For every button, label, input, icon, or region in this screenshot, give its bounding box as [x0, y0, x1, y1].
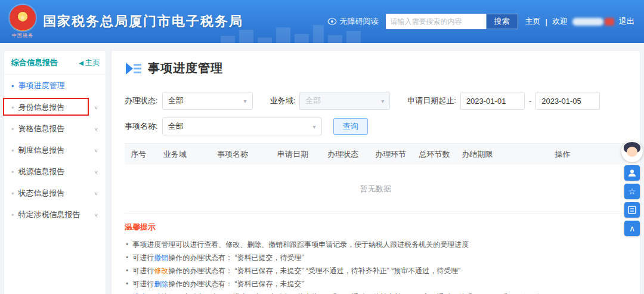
chevron-down-icon: ∨ [94, 126, 98, 132]
username-redacted [572, 18, 614, 26]
tip-text: 操作的办理状态有： “资料已保存，未提交” “受理不通过，待补齐补正” “预审不… [168, 267, 460, 275]
column-header: 办理状态 [318, 149, 368, 160]
chevron-down-icon: ∨ [94, 169, 98, 175]
status-select[interactable]: 全部 ▾ [162, 92, 253, 110]
column-header: 总环节数 [413, 149, 456, 160]
tip-text-wrap: 可进行删除操作的办理状态有： “资料已保存，未提交” [132, 277, 304, 290]
name-select[interactable]: 全部 ▾ [162, 117, 322, 135]
sidebar-item-label: 制度信息报告 [18, 145, 65, 156]
mascot-avatar[interactable] [621, 141, 643, 162]
status-select-value: 全部 [168, 95, 244, 106]
sidebar-item-label: 税源信息报告 [18, 166, 65, 177]
mascot-face [627, 147, 637, 157]
sidebar-title: 综合信息报告 [11, 57, 58, 68]
sidebar-home-label: 主页 [85, 58, 100, 68]
sidebar-item[interactable]: •资格信息报告∨ [4, 118, 106, 140]
bullet-icon: • [11, 211, 14, 219]
nav-divider: | [546, 17, 547, 26]
empty-state: 暂无数据 [125, 165, 627, 213]
search-input[interactable] [386, 14, 486, 29]
column-header: 办理环节 [368, 149, 413, 160]
date-to-input[interactable] [535, 92, 600, 110]
home-link[interactable]: 主页 [525, 16, 541, 27]
tip-line: •进度跟踪按钮可查看事项办理的进度，也可查看办理状态为： “受理不通过，待补齐补… [125, 290, 627, 294]
date-separator: - [529, 97, 531, 106]
bullet-icon: • [11, 82, 14, 91]
chevron-down-icon: ▾ [381, 98, 384, 104]
eye-icon [327, 18, 337, 25]
favorite-icon[interactable]: ☆ [624, 184, 640, 199]
collapse-up-icon[interactable]: ∧ [624, 221, 640, 236]
name-select-value: 全部 [168, 121, 313, 132]
table-header-row: 序号业务域事项名称申请日期办理状态办理环节总环节数办结期限操作 [125, 143, 627, 165]
form-icon[interactable] [624, 202, 640, 218]
results-table: 序号业务域事项名称申请日期办理状态办理环节总环节数办结期限操作 暂无数据 [125, 143, 627, 213]
date-from-input[interactable] [460, 92, 525, 110]
tip-text: 可进行 [132, 253, 154, 262]
column-header: 办结期限 [456, 149, 499, 160]
tip-text: 操作的办理状态有： “资料已提交，待受理” [168, 253, 304, 262]
sidebar-item[interactable]: •制度信息报告∨ [4, 140, 106, 161]
sidebar-item-label: 身份信息报告 [18, 102, 65, 113]
header-search: 搜索 [386, 14, 518, 29]
app-header: 中国税务 国家税务总局厦门市电子税务局 无障碍阅读 搜索 主页 | 欢迎 退出 [0, 0, 644, 43]
bullet-icon: • [11, 146, 14, 155]
column-header: 操作 [499, 149, 627, 160]
tip-text: 可进行 [132, 267, 154, 275]
bullet-icon: • [126, 264, 128, 277]
sidebar-menu: •事项进度管理•身份信息报告∨•资格信息报告∨•制度信息报告∨•税源信息报告∨•… [4, 75, 106, 225]
sidebar-item[interactable]: •税源信息报告∨ [4, 161, 106, 182]
sidebar-item[interactable]: •状态信息报告∨ [4, 182, 106, 204]
chevron-down-icon: ∨ [94, 191, 98, 196]
tip-link[interactable]: 删除 [154, 280, 168, 288]
sidebar-item-label: 资格信息报告 [18, 123, 65, 134]
page-title-icon [125, 62, 143, 75]
query-button[interactable]: 查询 [333, 118, 368, 135]
name-filter-label: 事项名称: [125, 121, 158, 132]
bullet-icon: • [126, 290, 128, 294]
bullet-icon: • [11, 125, 14, 134]
chevron-down-icon: ∨ [94, 105, 98, 110]
tip-text: 可进行 [132, 280, 154, 288]
sidebar-item[interactable]: •事项进度管理 [4, 75, 106, 97]
tip-line: •事项进度管理可以进行查看、修改、删除、撤销和跟踪事项申请记录，便于纳税人跟进税… [125, 238, 627, 251]
bullet-icon: • [11, 103, 14, 112]
tips-title: 温馨提示 [125, 222, 627, 233]
tip-text: 操作的办理状态有： “资料已保存，未提交” [168, 280, 304, 288]
bullet-icon: • [126, 251, 128, 264]
sidebar-header: 综合信息报告 ◀ 主页 [4, 51, 106, 75]
sidebar-item[interactable]: •特定涉税信息报告∨ [4, 204, 106, 225]
chevron-down-icon: ▾ [244, 98, 247, 104]
filter-row-2: 事项名称: 全部 ▾ 查询 [125, 117, 627, 135]
customer-service-icon[interactable] [624, 165, 640, 181]
sidebar-item[interactable]: •身份信息报告∨ [4, 97, 106, 118]
logout-button[interactable]: 退出 [619, 16, 634, 27]
search-button[interactable]: 搜索 [486, 14, 518, 29]
tip-text-wrap: 可进行撤销操作的办理状态有： “资料已提交，待受理” [132, 251, 304, 264]
date-range-label: 申请日期起止: [407, 95, 456, 106]
column-header: 业务域 [152, 149, 197, 160]
emblem-icon [10, 5, 36, 31]
tips-list: •事项进度管理可以进行查看、修改、删除、撤销和跟踪事项申请记录，便于纳税人跟进税… [125, 238, 627, 294]
column-header: 序号 [125, 149, 152, 160]
sidebar: 综合信息报告 ◀ 主页 •事项进度管理•身份信息报告∨•资格信息报告∨•制度信息… [4, 50, 106, 294]
tip-text-wrap: 事项进度管理可以进行查看、修改、删除、撤销和跟踪事项申请记录，便于纳税人跟进税务… [132, 238, 469, 251]
chevron-down-icon: ∨ [94, 148, 98, 153]
accessibility-label: 无障碍阅读 [340, 16, 379, 27]
sidebar-item-label: 特定涉税信息报告 [18, 209, 80, 220]
domain-select-value: 全部 [305, 95, 381, 106]
domain-select[interactable]: 全部 ▾ [299, 92, 390, 110]
sidebar-item-label: 状态信息报告 [18, 188, 65, 199]
welcome-label: 欢迎 [552, 16, 568, 27]
tips-section: 温馨提示 •事项进度管理可以进行查看、修改、删除、撤销和跟踪事项申请记录，便于纳… [125, 222, 627, 294]
tip-link[interactable]: 修改 [154, 267, 168, 275]
domain-filter-label: 业务域: [270, 95, 296, 106]
tip-text-wrap: 进度跟踪按钮可查看事项办理的进度，也可查看办理状态为： “受理不通过，待补齐补正… [132, 290, 562, 294]
sidebar-home-link[interactable]: ◀ 主页 [79, 58, 100, 68]
tip-line: •可进行撤销操作的办理状态有： “资料已提交，待受理” [125, 251, 627, 264]
tip-text: 事项进度管理可以进行查看、修改、删除、撤销和跟踪事项申请记录，便于纳税人跟进税务… [132, 240, 469, 249]
main-panel: 事项进度管理 办理状态: 全部 ▾ 业务域: 全部 ▾ 申请日期起止: - 事项… [111, 50, 640, 294]
accessibility-link[interactable]: 无障碍阅读 [327, 16, 379, 27]
tip-link[interactable]: 撤销 [154, 253, 168, 262]
tip-text-wrap: 可进行修改操作的办理状态有： “资料已保存，未提交” “受理不通过，待补齐补正”… [132, 264, 460, 277]
